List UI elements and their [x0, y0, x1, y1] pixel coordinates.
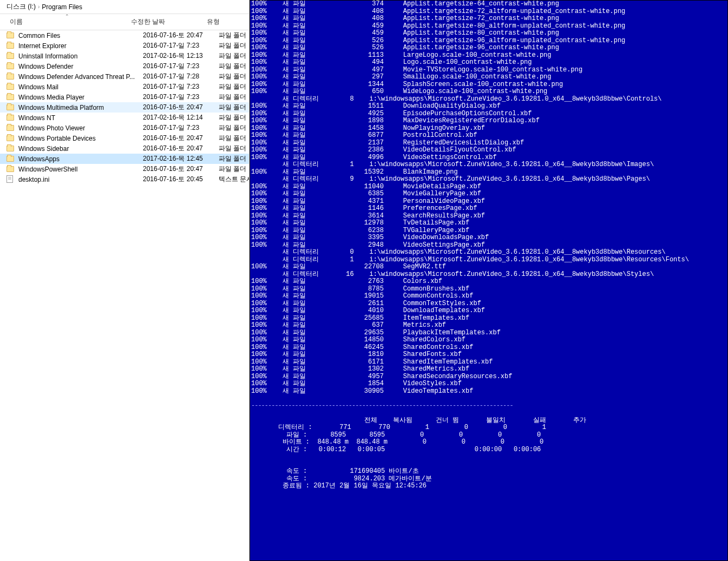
file-type: 파일 폴더 [219, 103, 249, 112]
file-date: 2016-07-17-일 7:28 [143, 72, 219, 81]
folder-icon [6, 155, 15, 163]
terminal-file-line: 100% 새 파일 2386 VideoDetailsFlyoutControl… [251, 147, 726, 154]
terminal-file-line: 100% 새 파일 11040 MovieDetailsPage.xbf [251, 183, 726, 191]
file-name: Windows Defender Advanced Threat P... [18, 73, 143, 81]
terminal-file-line: 100% 새 파일 526 AppList.targetsize-96_altf… [251, 37, 726, 45]
file-name: Uninstall Information [18, 52, 143, 60]
summary-dirs: 디렉터리 : 771 770 1 0 0 1 [251, 424, 726, 432]
terminal-file-line: 100% 새 파일 2763 Colors.xbf [251, 278, 726, 286]
file-date: 2016-07-16-토 20:47 [143, 134, 219, 143]
file-type: 파일 폴더 [219, 164, 249, 174]
terminal-file-line: 100% 새 파일 408 AppList.targetsize-72_altf… [251, 8, 726, 16]
file-icon [6, 175, 15, 184]
breadcrumb-folder[interactable]: Program Files [42, 3, 82, 11]
folder-icon [6, 31, 15, 40]
file-row[interactable]: Windows Mail2016-07-17-일 7:23파일 폴더 [0, 82, 249, 92]
file-row[interactable]: Windows Sidebar2016-07-16-토 20:47파일 폴더 [0, 143, 249, 154]
file-name: WindowsApps [18, 155, 143, 163]
terminal-file-line: 100% 새 파일 1810 SharedFonts.xbf [251, 351, 726, 359]
file-name: WindowsPowerShell [18, 166, 143, 173]
folder-icon [6, 62, 15, 71]
terminal-file-line: 100% 새 파일 1854 VideoStyles.xbf [251, 380, 726, 388]
terminal-file-line: 100% 새 파일 494 Logo.scale-100_contrast-wh… [251, 59, 726, 67]
file-date: 2017-02-16-목 12:45 [143, 154, 219, 163]
file-row[interactable]: Common Files2016-07-16-토 20:47파일 폴더 [0, 30, 249, 41]
file-date: 2016-07-17-일 7:23 [143, 62, 219, 71]
file-date: 2017-02-16-목 12:14 [143, 113, 219, 122]
file-row[interactable]: Windows Defender Advanced Threat P...201… [0, 71, 249, 82]
terminal-file-line: 100% 새 파일 14850 SharedColors.xbf [251, 336, 726, 344]
terminal-file-line: 100% 새 파일 15392 BlankImage.png [251, 169, 726, 176]
terminal-file-line: 100% 새 파일 8785 CommonBrushes.xbf [251, 286, 726, 293]
terminal-file-line: 100% 새 파일 4010 DownloadTemplates.xbf [251, 307, 726, 315]
header-date[interactable]: 수정한 날짜 [131, 17, 207, 27]
terminal-dir-line: 새 디렉터리 9 i:\windowsapps\Microsoft.ZuneVi… [251, 176, 726, 183]
file-type: 파일 폴더 [219, 154, 249, 163]
terminal-file-line: 100% 새 파일 4957 SharedSecondaryResources.… [251, 373, 726, 381]
chevron-right-icon: › [38, 4, 40, 10]
folder-icon [6, 114, 15, 122]
file-type: 텍스트 문서 [219, 175, 249, 184]
terminal-file-line: 100% 새 파일 459 AppList.targetsize-80_altf… [251, 23, 726, 30]
terminal-file-line: 100% 새 파일 25685 ItemTemplates.xbf [251, 315, 726, 322]
file-row[interactable]: Uninstall Information2017-02-16-목 12:13파… [0, 51, 249, 61]
folder-icon [6, 144, 15, 153]
file-row[interactable]: Windows Defender2016-07-17-일 7:23파일 폴더 [0, 61, 249, 71]
terminal-dir-line: 새 디렉터리 16 i:\windowsapps\Microsoft.ZuneV… [251, 271, 726, 279]
file-name: Windows Media Player [18, 94, 143, 101]
terminal-dir-line: 새 디렉터리 8 i:\windowsapps\Microsoft.ZuneVi… [251, 96, 726, 103]
file-type: 파일 폴더 [219, 134, 249, 143]
file-date: 2016-07-17-일 7:23 [143, 93, 219, 102]
terminal-file-line: 100% 새 파일 4925 EpisodePurchaseOptionsCon… [251, 110, 726, 118]
terminal-file-line: 100% 새 파일 497 Movie-TVStoreLogo.scale-10… [251, 67, 726, 74]
breadcrumb[interactable]: 디스크 (I:) › Program Files [0, 0, 249, 14]
file-type: 파일 폴더 [219, 144, 249, 153]
terminal-file-line: 100% 새 파일 6238 TVGalleryPage.xbf [251, 227, 726, 235]
terminal-file-line: 100% 새 파일 6385 MovieGalleryPage.xbf [251, 190, 726, 198]
summary-speed-bytes: 속도 : 171690405 바이트/초 [251, 468, 726, 476]
file-row[interactable]: Windows Portable Devices2016-07-16-토 20:… [0, 133, 249, 143]
file-date: 2016-07-16-토 20:47 [143, 144, 219, 153]
summary-end: 종료됨 : 2017년 2월 16일 목요일 12:45:26 [251, 483, 726, 490]
column-headers: ⌃ 이름 수정한 날짜 유형 [0, 14, 249, 30]
terminal-file-line: 100% 새 파일 6171 SharedItemTemplates.xbf [251, 359, 726, 366]
breadcrumb-root[interactable]: 디스크 (I:) [6, 2, 36, 11]
terminal-file-line: 100% 새 파일 1113 LargeLogo.scale-100_contr… [251, 52, 726, 60]
file-list[interactable]: Common Files2016-07-16-토 20:47파일 폴더Inter… [0, 30, 249, 561]
file-row[interactable]: Windows Media Player2016-07-17-일 7:23파일 … [0, 92, 249, 102]
terminal-file-line: 100% 새 파일 29635 PlaybackItemTemplates.xb… [251, 329, 726, 337]
file-name: desktop.ini [18, 176, 143, 183]
summary-speed-mb: 속도 : 9824.203 메가바이트/분 [251, 476, 726, 483]
summary-header: 전체 복사됨 건너 뜀 불일치 실패 추가 [251, 417, 726, 425]
file-type: 파일 폴더 [219, 72, 249, 81]
file-name: Windows Mail [18, 83, 143, 91]
folder-icon [6, 165, 15, 174]
file-row[interactable]: Internet Explorer2016-07-17-일 7:23파일 폴더 [0, 41, 249, 51]
file-name: Windows Photo Viewer [18, 124, 143, 132]
file-row[interactable]: Windows NT2017-02-16-목 12:14파일 폴더 [0, 113, 249, 123]
file-name: Windows Portable Devices [18, 135, 143, 142]
file-row[interactable]: Windows Multimedia Platform2016-07-16-토 … [0, 102, 249, 113]
file-row[interactable]: Windows Photo Viewer2016-07-17-일 7:23파일 … [0, 123, 249, 133]
terminal-file-line: 100% 새 파일 2611 CommonTextStyles.xbf [251, 300, 726, 308]
file-name: Windows NT [18, 114, 143, 122]
file-date: 2016-07-16-토 20:45 [143, 175, 219, 184]
terminal-file-line: 100% 새 파일 1898 MaxDevicesRegisteredError… [251, 117, 726, 125]
folder-icon [6, 93, 15, 102]
terminal-file-line: 100% 새 파일 526 AppList.targetsize-96_cont… [251, 44, 726, 52]
file-row[interactable]: desktop.ini2016-07-16-토 20:45텍스트 문서 [0, 174, 249, 184]
terminal-file-line: 100% 새 파일 30905 VideoTemplates.xbf [251, 388, 726, 395]
terminal-dir-line: 새 디렉터리 1 i:\windowsapps\Microsoft.ZuneVi… [251, 161, 726, 169]
terminal-file-line: 100% 새 파일 408 AppList.targetsize-72_cont… [251, 15, 726, 23]
terminal-file-line: 100% 새 파일 2137 RegisteredDevicesListDial… [251, 140, 726, 147]
folder-icon [6, 52, 15, 61]
terminal-file-line: 100% 새 파일 46245 SharedControls.xbf [251, 344, 726, 352]
folder-icon [6, 124, 15, 133]
header-type[interactable]: 유형 [207, 17, 245, 27]
file-row[interactable]: WindowsApps2017-02-16-목 12:45파일 폴더 [0, 154, 249, 164]
file-type: 파일 폴더 [219, 93, 249, 102]
file-type: 파일 폴더 [219, 82, 249, 91]
terminal-separator: ----------------------------------------… [251, 402, 726, 410]
file-row[interactable]: WindowsPowerShell2016-07-16-토 20:47파일 폴더 [0, 164, 249, 174]
terminal-file-line: 100% 새 파일 637 Metrics.xbf [251, 322, 726, 329]
